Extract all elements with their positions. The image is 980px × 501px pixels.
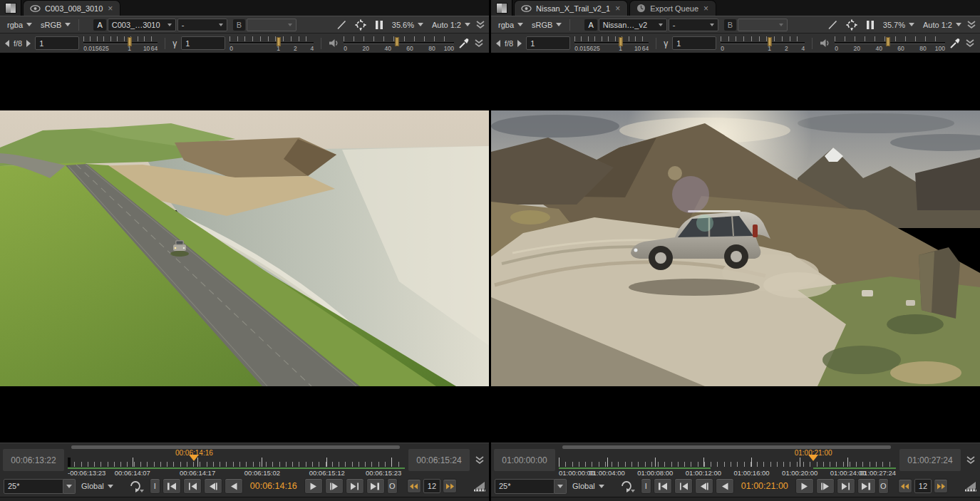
volume-slider[interactable]: 0 20 40 60 80 100 (835, 34, 945, 53)
pane-menu-button[interactable] (0, 0, 21, 16)
frame-range-combo[interactable]: Global (78, 479, 117, 493)
jump-forward-button[interactable] (443, 479, 457, 493)
playhead-marker[interactable] (189, 455, 199, 461)
volume-slider[interactable]: 0 20 40 60 80 100 (344, 34, 454, 53)
step-back-button[interactable] (695, 478, 713, 494)
volume-icon[interactable] (329, 38, 339, 48)
tab-export-queue[interactable]: Export Queue × (629, 0, 716, 16)
collapse-timeline-icon[interactable] (475, 455, 485, 465)
wipe-button[interactable] (824, 18, 841, 32)
collapse-toolbar-icon[interactable] (965, 38, 975, 48)
set-out-point-button[interactable]: O (387, 478, 398, 494)
pane-menu-button[interactable] (491, 0, 512, 16)
collapse-toolbar-icon[interactable] (966, 20, 976, 30)
set-out-point-button[interactable]: O (878, 478, 889, 494)
roi-button[interactable] (351, 18, 370, 32)
gamma-slider[interactable]: 0 1 2 4 (229, 34, 314, 53)
input-a-source[interactable]: Nissan…_v2 (599, 19, 667, 31)
roi-button[interactable] (842, 18, 861, 32)
blend-mode-combo[interactable]: - (669, 19, 718, 31)
current-frame-timecode[interactable]: 00:06:14:16 (245, 481, 302, 491)
flipbook-button[interactable] (960, 479, 980, 493)
playback-mode-button[interactable] (616, 479, 639, 493)
gain-slider[interactable]: 0.015625 1 10 64 (83, 34, 158, 53)
step-forward-button[interactable] (816, 478, 835, 494)
fit-mode-combo[interactable]: Auto 1:2 (919, 18, 965, 32)
timeline-scrollbar[interactable] (562, 445, 891, 449)
frame-increment-input[interactable]: 12 (423, 479, 440, 493)
fps-dropdown-button[interactable] (63, 479, 76, 494)
tab-viewer-nissan[interactable]: Nissan_X_Trail_v2_1 × (514, 0, 628, 16)
step-forward-icon (820, 482, 830, 490)
volume-icon[interactable] (820, 38, 830, 48)
tab-close-icon[interactable]: × (703, 5, 709, 12)
zoom-level-combo[interactable]: 35.7% (880, 18, 918, 32)
colorspace-combo[interactable]: sRGB (37, 18, 74, 32)
tab-viewer-c003[interactable]: C003_008_3010 × (23, 0, 120, 16)
frame-increment-input[interactable]: 12 (914, 479, 932, 493)
channels-combo[interactable]: rgba (4, 18, 36, 32)
fstop-decrease-button[interactable] (496, 40, 500, 47)
collapse-toolbar-icon[interactable] (474, 38, 484, 48)
step-back-button[interactable] (204, 478, 222, 494)
gain-input[interactable]: 1 (35, 36, 79, 50)
fps-combo[interactable]: 25* (495, 479, 567, 494)
viewer-canvas-suv[interactable] (491, 53, 980, 443)
go-to-end-button[interactable] (366, 478, 385, 494)
blend-mode-combo[interactable]: - (177, 19, 227, 31)
gamma-input[interactable]: 1 (181, 36, 225, 50)
go-to-start-button[interactable] (163, 478, 181, 494)
input-b-source[interactable] (738, 19, 788, 31)
play-forward-button[interactable] (304, 478, 323, 494)
fstop-decrease-button[interactable] (5, 40, 9, 47)
next-keyframe-button[interactable] (346, 478, 364, 494)
play-forward-button[interactable] (795, 478, 814, 494)
set-in-point-button[interactable]: I (150, 478, 160, 494)
fit-mode-combo[interactable]: Auto 1:2 (428, 18, 474, 32)
jump-forward-button[interactable] (934, 479, 948, 493)
frame-range-combo[interactable]: Global (569, 479, 608, 493)
wipe-button[interactable] (333, 18, 350, 32)
timeline-scrollbar[interactable] (71, 445, 400, 449)
play-backward-button[interactable] (225, 478, 243, 494)
gain-slider[interactable]: 0.015625 1 10 64 (574, 34, 649, 53)
eyedropper-icon[interactable] (458, 38, 470, 49)
fps-dropdown-button[interactable] (555, 479, 567, 494)
pause-button[interactable] (371, 18, 387, 32)
viewer-canvas-coastal[interactable] (0, 53, 489, 443)
pause-button[interactable] (862, 18, 878, 32)
gamma-input[interactable]: 1 (672, 36, 716, 50)
gain-input[interactable]: 1 (526, 36, 570, 50)
flipbook-button[interactable] (469, 479, 490, 493)
go-to-end-button[interactable] (857, 478, 876, 494)
go-to-start-button[interactable] (654, 478, 672, 494)
zoom-level-combo[interactable]: 35.6% (388, 18, 427, 32)
fstop-increase-button[interactable] (26, 40, 31, 47)
gain-value: 1 (530, 39, 535, 48)
jump-back-button[interactable] (407, 479, 421, 493)
timeline-ruler[interactable]: 01:00:21:00 01:00:00:00 01:00:04:00 01:0… (559, 445, 896, 475)
set-in-point-button[interactable]: I (641, 478, 651, 494)
previous-keyframe-button[interactable] (183, 478, 202, 494)
timeline-ruler[interactable]: 00:06:14:16 -00:06:13:23 00:06:14:07 00:… (68, 445, 405, 475)
tab-close-icon[interactable]: × (107, 5, 113, 12)
collapse-timeline-icon[interactable] (966, 455, 976, 465)
colorspace-combo[interactable]: sRGB (528, 18, 565, 32)
previous-keyframe-button[interactable] (674, 478, 693, 494)
fstop-increase-button[interactable] (517, 40, 522, 47)
input-b-source[interactable] (247, 19, 296, 31)
gamma-slider[interactable]: 0 1 2 4 (721, 34, 805, 53)
playhead-marker[interactable] (808, 455, 818, 461)
fps-combo[interactable]: 25* (4, 479, 76, 494)
eyedropper-icon[interactable] (949, 38, 961, 49)
collapse-toolbar-icon[interactable] (475, 20, 485, 30)
tab-close-icon[interactable]: × (614, 5, 621, 12)
next-keyframe-button[interactable] (837, 478, 855, 494)
channels-combo[interactable]: rgba (495, 18, 527, 32)
step-forward-button[interactable] (325, 478, 344, 494)
playback-mode-button[interactable] (125, 479, 148, 493)
play-backward-button[interactable] (716, 478, 734, 494)
jump-back-button[interactable] (898, 479, 912, 493)
current-frame-timecode[interactable]: 01:00:21:00 (736, 481, 793, 491)
input-a-source[interactable]: C003_…3010 (108, 19, 176, 31)
